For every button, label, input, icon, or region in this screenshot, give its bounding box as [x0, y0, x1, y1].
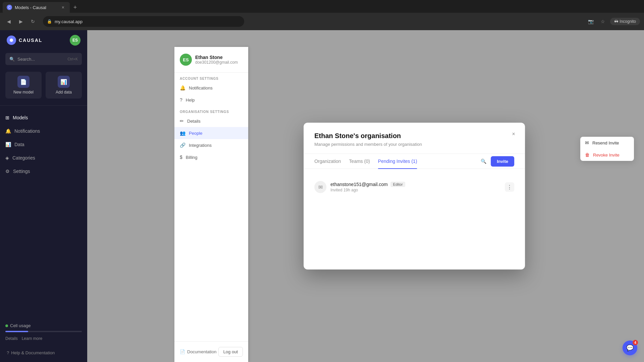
people-menu-label: People	[189, 131, 202, 136]
settings-icon: ⚙	[5, 169, 10, 174]
invite-info: ethanstone151@gmail.com Editor Invited 1…	[330, 182, 501, 192]
logout-button[interactable]: Log out	[218, 347, 243, 357]
sidebar: CAUSAL ES 🔍 Search... Ctrl+K 📄 New model…	[0, 30, 87, 362]
data-label: Data	[14, 142, 24, 147]
billing-menu-icon: $	[180, 155, 182, 160]
url-text: my.causal.app	[55, 19, 83, 24]
tab-teams[interactable]: Teams (0)	[349, 154, 370, 169]
revoke-icon: 🗑	[585, 152, 590, 158]
add-data-card[interactable]: 📊 Add data	[46, 72, 82, 99]
documentation-button[interactable]: 📄 Documentation	[180, 349, 216, 354]
app-area: CAUSAL ES 🔍 Search... Ctrl+K 📄 New model…	[0, 30, 644, 362]
modal-body: ✉ ethanstone151@gmail.com Editor Invited…	[304, 169, 525, 269]
documentation-label: Documentation	[187, 349, 216, 354]
logo-circle	[7, 36, 16, 45]
chat-icon: 💬	[626, 344, 634, 352]
notifications-icon: 🔔	[5, 128, 11, 134]
new-model-card[interactable]: 📄 New model	[5, 72, 42, 99]
revoke-invite-item[interactable]: 🗑 Revoke Invite	[580, 149, 634, 161]
sidebar-item-models[interactable]: ⊞ Models	[0, 111, 87, 124]
invite-time: Invited 19h ago	[330, 188, 501, 192]
lock-icon: 🔒	[47, 19, 52, 24]
account-menu-panel: ES Ethan Stone doe301200@gmail.com ACCOU…	[174, 47, 248, 362]
menu-item-integrations[interactable]: 🔗 Integrations	[174, 139, 248, 151]
help-label: Help & Documentation	[11, 350, 55, 355]
doc-icon: 📄	[180, 349, 185, 354]
tab-actions: 🔍 Invite	[479, 156, 514, 167]
user-name: Ethan Stone	[195, 55, 238, 60]
user-email: doe301200@gmail.com	[195, 60, 238, 65]
forward-button[interactable]: ▶	[16, 17, 25, 26]
usage-links: Details Learn more	[5, 336, 82, 341]
invite-more-button[interactable]: ⋮	[505, 182, 514, 192]
resend-icon: ✉	[585, 140, 589, 145]
invite-role-badge: Editor	[390, 182, 406, 187]
sidebar-action-area: 📄 New model 📊 Add data	[0, 68, 87, 103]
user-section: ES Ethan Stone doe301200@gmail.com	[174, 47, 248, 73]
modal-header: Ethan Stone's organisation Manage permis…	[304, 123, 525, 154]
help-menu-label: Help	[186, 98, 195, 103]
modal-subtitle: Manage permissions and members of your o…	[314, 142, 514, 147]
details-link[interactable]: Details	[5, 336, 18, 341]
modal-close-button[interactable]: ×	[509, 129, 518, 139]
resend-invite-item[interactable]: ✉ Resend Invite	[580, 137, 634, 149]
browser-chrome: C Models - Causal × + ◀ ▶ ↻ 🔒 my.causal.…	[0, 0, 644, 30]
incognito-indicator: 🕶 Incognito	[610, 18, 640, 25]
categories-label: Categories	[12, 155, 35, 161]
new-model-label: New model	[13, 90, 34, 95]
reload-button[interactable]: ↻	[28, 17, 38, 26]
sidebar-divider-1	[0, 105, 87, 106]
usage-fill	[5, 331, 28, 332]
tab-search-icon[interactable]: 🔍	[479, 157, 488, 166]
back-button[interactable]: ◀	[4, 17, 13, 26]
screenshot-btn[interactable]: 📷	[586, 17, 595, 26]
menu-item-notifications[interactable]: 🔔 Notifications	[174, 82, 248, 94]
invite-button[interactable]: Invite	[491, 156, 514, 167]
menu-item-details[interactable]: ✏ Details	[174, 115, 248, 127]
search-bar[interactable]: 🔍 Search... Ctrl+K	[5, 53, 82, 65]
menu-item-people[interactable]: 👥 People	[174, 127, 248, 139]
tab-pending-invites[interactable]: Pending Invites (1)	[378, 154, 417, 169]
chat-badge: 4	[633, 340, 638, 345]
address-bar[interactable]: 🔒 my.causal.app	[43, 16, 244, 27]
user-avatar: ES	[180, 54, 192, 66]
active-tab[interactable]: C Models - Causal ×	[3, 2, 70, 13]
sidebar-item-categories[interactable]: ◈ Categories	[0, 151, 87, 165]
search-shortcut: Ctrl+K	[67, 57, 78, 61]
data-icon: 📊	[5, 142, 11, 147]
sidebar-nav: ⊞ Models 🔔 Notifications 📊 Data ◈ Catego…	[0, 108, 87, 181]
search-placeholder: Search...	[17, 57, 65, 62]
sidebar-bottom: Cell usage Details Learn more	[0, 318, 87, 346]
new-model-icon: 📄	[17, 76, 30, 88]
tab-close-btn[interactable]: ×	[60, 4, 66, 11]
categories-icon: ◈	[5, 155, 9, 161]
avatar-button[interactable]: ES	[70, 35, 80, 46]
invite-email-row: ethanstone151@gmail.com Editor	[330, 182, 501, 187]
menu-item-billing[interactable]: $ Billing	[174, 151, 248, 163]
sidebar-item-notifications[interactable]: 🔔 Notifications	[0, 124, 87, 138]
sidebar-item-settings[interactable]: ⚙ Settings	[0, 165, 87, 178]
account-settings-label: ACCOUNT SETTINGS	[174, 73, 248, 82]
incognito-icon: 🕶	[614, 19, 618, 24]
bell-icon: 🔔	[180, 85, 185, 90]
left-panel-footer: 📄 Documentation Log out	[174, 341, 248, 362]
sidebar-header: CAUSAL ES	[0, 30, 87, 50]
modal-tabs: Organization Teams (0) Pending Invites (…	[304, 154, 525, 169]
tab-organization[interactable]: Organization	[314, 154, 341, 169]
details-menu-icon: ✏	[180, 118, 184, 124]
bookmark-btn[interactable]: ☆	[598, 17, 607, 26]
help-docs-button[interactable]: ? Help & Documentation	[5, 349, 56, 357]
new-tab-button[interactable]: +	[70, 3, 80, 12]
logo-text: CAUSAL	[19, 38, 42, 43]
incognito-label: Incognito	[620, 19, 636, 24]
organisation-modal: Ethan Stone's organisation Manage permis…	[304, 123, 525, 269]
invite-email: ethanstone151@gmail.com	[330, 182, 388, 187]
learn-more-link[interactable]: Learn more	[22, 336, 42, 341]
menu-item-help[interactable]: ? Help	[174, 94, 248, 106]
revoke-label: Revoke Invite	[593, 153, 620, 158]
sidebar-item-data[interactable]: 📊 Data	[0, 138, 87, 151]
details-menu-label: Details	[187, 119, 201, 124]
people-menu-icon: 👥	[180, 130, 185, 136]
chat-bubble[interactable]: 💬 4	[623, 341, 637, 355]
nav-right-buttons: 📷 ☆ 🕶 Incognito	[586, 17, 640, 26]
